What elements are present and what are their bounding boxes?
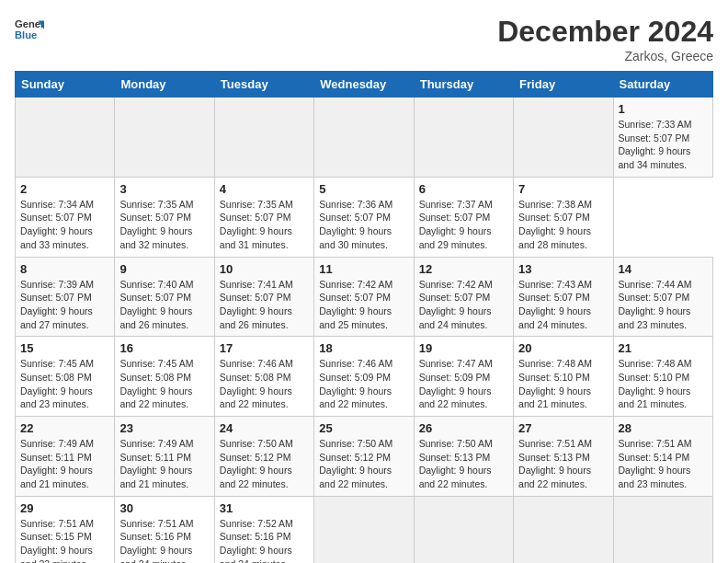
day-number: 7 [518, 182, 608, 196]
day-info: Sunrise: 7:49 AMSunset: 5:11 PMDaylight:… [119, 437, 209, 491]
day-info: Sunrise: 7:35 AMSunset: 5:07 PMDaylight:… [220, 198, 309, 252]
day-cell-5: 5 Sunrise: 7:36 AMSunset: 5:07 PMDayligh… [314, 177, 414, 257]
day-info: Sunrise: 7:46 AMSunset: 5:09 PMDaylight:… [319, 357, 408, 411]
day-number: 31 [220, 501, 309, 515]
empty-cell [613, 496, 712, 563]
day-cell-2: 2 Sunrise: 7:34 AMSunset: 5:07 PMDayligh… [16, 177, 115, 257]
day-info: Sunrise: 7:41 AMSunset: 5:07 PMDaylight:… [220, 278, 309, 332]
day-info: Sunrise: 7:37 AMSunset: 5:07 PMDaylight:… [419, 198, 508, 252]
day-info: Sunrise: 7:38 AMSunset: 5:07 PMDaylight:… [518, 198, 608, 252]
header-friday: Friday [514, 72, 613, 98]
day-number: 24 [220, 421, 309, 435]
day-number: 4 [220, 182, 309, 196]
day-number: 22 [20, 421, 109, 435]
day-info: Sunrise: 7:42 AMSunset: 5:07 PMDaylight:… [319, 278, 408, 332]
day-cell-3: 3 Sunrise: 7:35 AMSunset: 5:07 PMDayligh… [115, 177, 214, 257]
day-cell-11: 11 Sunrise: 7:42 AMSunset: 5:07 PMDaylig… [314, 257, 414, 337]
day-cell-24: 24 Sunrise: 7:50 AMSunset: 5:12 PMDaylig… [214, 417, 313, 497]
empty-cell [115, 98, 214, 178]
day-number: 8 [20, 262, 109, 276]
header-wednesday: Wednesday [314, 72, 414, 98]
day-number: 11 [319, 262, 408, 276]
day-number: 12 [419, 262, 508, 276]
day-number: 30 [119, 501, 209, 515]
day-info: Sunrise: 7:35 AMSunset: 5:07 PMDaylight:… [119, 198, 209, 252]
day-number: 27 [518, 421, 608, 435]
empty-cell [314, 98, 414, 178]
day-cell-10: 10 Sunrise: 7:41 AMSunset: 5:07 PMDaylig… [214, 257, 313, 337]
day-number: 13 [518, 262, 608, 276]
day-info: Sunrise: 7:50 AMSunset: 5:13 PMDaylight:… [419, 437, 508, 491]
day-number: 10 [220, 262, 309, 276]
day-info: Sunrise: 7:51 AMSunset: 5:15 PMDaylight:… [20, 517, 109, 563]
empty-cell [214, 98, 313, 178]
day-info: Sunrise: 7:44 AMSunset: 5:07 PMDaylight:… [619, 278, 708, 332]
day-number: 9 [119, 262, 209, 276]
day-cell-14: 14 Sunrise: 7:44 AMSunset: 5:07 PMDaylig… [613, 257, 712, 337]
day-cell-25: 25 Sunrise: 7:50 AMSunset: 5:12 PMDaylig… [314, 417, 414, 497]
day-info: Sunrise: 7:36 AMSunset: 5:07 PMDaylight:… [319, 198, 408, 252]
day-cell-30: 30 Sunrise: 7:51 AMSunset: 5:16 PMDaylig… [115, 496, 214, 563]
day-info: Sunrise: 7:34 AMSunset: 5:07 PMDaylight:… [20, 198, 109, 252]
day-number: 21 [619, 341, 708, 355]
header-thursday: Thursday [414, 72, 513, 98]
calendar-week-6: 29 Sunrise: 7:51 AMSunset: 5:15 PMDaylig… [16, 496, 713, 563]
day-info: Sunrise: 7:46 AMSunset: 5:08 PMDaylight:… [220, 357, 309, 411]
day-number: 15 [20, 341, 109, 355]
header-sunday: Sunday [16, 72, 115, 98]
location: Zarkos, Greece [497, 49, 713, 63]
day-number: 17 [220, 341, 309, 355]
day-number: 20 [518, 341, 608, 355]
day-info: Sunrise: 7:50 AMSunset: 5:12 PMDaylight:… [220, 437, 309, 491]
page-header: General Blue December 2024 Zarkos, Greec… [15, 15, 713, 63]
day-number: 26 [419, 421, 508, 435]
title-block: December 2024 Zarkos, Greece [497, 15, 713, 63]
month-year: December 2024 [497, 15, 713, 49]
day-info: Sunrise: 7:52 AMSunset: 5:16 PMDaylight:… [220, 517, 309, 563]
day-info: Sunrise: 7:51 AMSunset: 5:14 PMDaylight:… [619, 437, 708, 491]
day-info: Sunrise: 7:49 AMSunset: 5:11 PMDaylight:… [20, 437, 109, 491]
day-number: 16 [119, 341, 209, 355]
day-info: Sunrise: 7:48 AMSunset: 5:10 PMDaylight:… [619, 357, 708, 411]
calendar-table: SundayMondayTuesdayWednesdayThursdayFrid… [15, 71, 713, 563]
day-cell-9: 9 Sunrise: 7:40 AMSunset: 5:07 PMDayligh… [115, 257, 214, 337]
empty-cell [514, 496, 613, 563]
day-cell-29: 29 Sunrise: 7:51 AMSunset: 5:15 PMDaylig… [16, 496, 115, 563]
day-cell-13: 13 Sunrise: 7:43 AMSunset: 5:07 PMDaylig… [514, 257, 613, 337]
day-cell-4: 4 Sunrise: 7:35 AMSunset: 5:07 PMDayligh… [214, 177, 313, 257]
logo-icon: General Blue [15, 15, 44, 44]
empty-cell [514, 98, 613, 178]
day-number: 19 [419, 341, 508, 355]
day-cell-17: 17 Sunrise: 7:46 AMSunset: 5:08 PMDaylig… [214, 337, 313, 417]
calendar-week-3: 8 Sunrise: 7:39 AMSunset: 5:07 PMDayligh… [16, 257, 713, 337]
empty-cell [16, 98, 115, 178]
svg-text:Blue: Blue [15, 29, 37, 40]
day-cell-26: 26 Sunrise: 7:50 AMSunset: 5:13 PMDaylig… [414, 417, 513, 497]
day-cell-8: 8 Sunrise: 7:39 AMSunset: 5:07 PMDayligh… [16, 257, 115, 337]
day-info: Sunrise: 7:40 AMSunset: 5:07 PMDaylight:… [119, 278, 209, 332]
header-saturday: Saturday [613, 72, 712, 98]
day-number: 23 [119, 421, 209, 435]
empty-cell [414, 496, 513, 563]
day-cell-6: 6 Sunrise: 7:37 AMSunset: 5:07 PMDayligh… [414, 177, 513, 257]
day-cell-18: 18 Sunrise: 7:46 AMSunset: 5:09 PMDaylig… [314, 337, 414, 417]
day-number: 2 [20, 182, 109, 196]
day-info: Sunrise: 7:43 AMSunset: 5:07 PMDaylight:… [518, 278, 608, 332]
day-info: Sunrise: 7:47 AMSunset: 5:09 PMDaylight:… [419, 357, 508, 411]
day-number: 28 [619, 421, 708, 435]
day-number: 18 [319, 341, 408, 355]
day-number: 6 [419, 182, 508, 196]
day-number: 5 [319, 182, 408, 196]
calendar-week-5: 22 Sunrise: 7:49 AMSunset: 5:11 PMDaylig… [16, 417, 713, 497]
day-info: Sunrise: 7:42 AMSunset: 5:07 PMDaylight:… [419, 278, 508, 332]
day-info: Sunrise: 7:50 AMSunset: 5:12 PMDaylight:… [319, 437, 408, 491]
day-info: Sunrise: 7:48 AMSunset: 5:10 PMDaylight:… [518, 357, 608, 411]
day-cell-1: 1 Sunrise: 7:33 AMSunset: 5:07 PMDayligh… [613, 98, 712, 178]
day-info: Sunrise: 7:51 AMSunset: 5:16 PMDaylight:… [119, 517, 209, 563]
header-monday: Monday [115, 72, 214, 98]
empty-cell [414, 98, 513, 178]
calendar-week-4: 15 Sunrise: 7:45 AMSunset: 5:08 PMDaylig… [16, 337, 713, 417]
day-info: Sunrise: 7:39 AMSunset: 5:07 PMDaylight:… [20, 278, 109, 332]
day-cell-22: 22 Sunrise: 7:49 AMSunset: 5:11 PMDaylig… [16, 417, 115, 497]
day-cell-12: 12 Sunrise: 7:42 AMSunset: 5:07 PMDaylig… [414, 257, 513, 337]
